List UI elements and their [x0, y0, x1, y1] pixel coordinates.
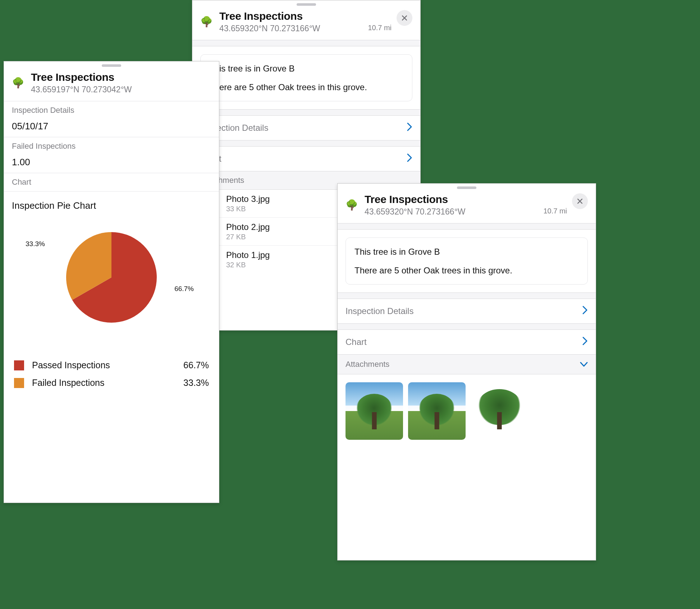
section-failed-inspections: Failed Inspections	[4, 137, 219, 155]
chart-legend: Passed Inspections66.7%Failed Inspection…	[4, 356, 219, 392]
chevron-right-icon	[407, 122, 412, 134]
legend-row: Failed Inspections33.3%	[4, 374, 219, 392]
nav-inspection-details[interactable]: Inspection Details	[338, 299, 596, 323]
drag-handle[interactable]	[297, 3, 316, 6]
attachment-thumbnail[interactable]	[346, 382, 403, 440]
note-line-2: There are 5 other Oak trees in this grov…	[209, 81, 403, 93]
distance-label: 10.7 mi	[543, 207, 567, 215]
chevron-right-icon	[582, 305, 588, 317]
attachment-size: 27 KB	[226, 233, 270, 241]
tree-inspections-popup-attachments: 🌳 Tree Inspections 43.659320°N 70.273166…	[337, 183, 596, 560]
legend-percent: 33.3%	[183, 378, 209, 388]
tree-inspections-popup-chart: 🌳 Tree Inspections 43.659197°N 70.273042…	[4, 61, 219, 503]
chevron-right-icon	[582, 336, 588, 348]
section-attachments-expandable[interactable]: Attachments	[338, 354, 596, 374]
note-line-2: There are 5 other Oak trees in this grov…	[354, 264, 579, 277]
attachment-name: Photo 3.jpg	[226, 194, 270, 204]
popup-header: 🌳 Tree Inspections 43.659197°N 70.273042…	[4, 67, 219, 101]
coordinates: 43.659320°N 70.273166°W	[365, 207, 538, 217]
chevron-right-icon	[407, 153, 412, 165]
legend-swatch	[14, 360, 24, 370]
description-box: This tree is in Grove B There are 5 othe…	[346, 237, 588, 285]
description-box: This tree is in Grove B There are 5 othe…	[200, 54, 412, 101]
pie-label-small: 33.3%	[26, 240, 45, 248]
popup-header: 🌳 Tree Inspections 43.659320°N 70.273166…	[338, 189, 596, 223]
section-label: Attachments	[346, 360, 389, 369]
nav-chart[interactable]: Chart	[338, 330, 596, 354]
legend-swatch	[14, 378, 24, 388]
pie-chart-svg	[58, 223, 165, 331]
coordinates: 43.659197°N 70.273042°W	[31, 85, 211, 94]
close-icon	[401, 14, 408, 22]
attachment-name: Photo 1.jpg	[226, 250, 270, 260]
chevron-down-icon	[580, 360, 588, 369]
popup-header: 🌳 Tree Inspections 43.659320°N 70.273166…	[192, 6, 420, 40]
inspection-date-value: 05/10/17	[4, 119, 219, 137]
nav-inspection-details[interactable]: Inspection Details	[192, 116, 420, 140]
popup-title: Tree Inspections	[31, 71, 211, 83]
attachment-size: 33 KB	[226, 205, 270, 213]
failed-inspections-value: 1.00	[4, 155, 219, 173]
section-inspection-details: Inspection Details	[4, 101, 219, 119]
close-button[interactable]	[397, 10, 412, 26]
separator	[192, 109, 420, 116]
legend-name: Passed Inspections	[32, 360, 183, 370]
tree-icon: 🌳	[346, 200, 358, 210]
separator	[338, 223, 596, 230]
tree-icon: 🌳	[200, 17, 213, 27]
legend-row: Passed Inspections66.7%	[4, 356, 219, 374]
coordinates: 43.659320°N 70.273166°W	[219, 24, 363, 33]
legend-percent: 66.7%	[183, 360, 209, 370]
close-icon	[576, 198, 584, 205]
attachment-thumbnail[interactable]	[408, 382, 466, 440]
note-line-1: This tree is in Grove B	[209, 63, 403, 75]
section-chart: Chart	[4, 173, 219, 192]
legend-name: Failed Inspections	[32, 378, 183, 388]
separator	[192, 40, 420, 46]
separator	[338, 292, 596, 299]
nav-label: Chart	[346, 337, 367, 347]
pie-chart: 33.3% 66.7%	[4, 215, 219, 342]
separator	[338, 323, 596, 330]
drag-handle[interactable]	[102, 64, 121, 67]
separator	[192, 140, 420, 147]
drag-handle[interactable]	[457, 186, 476, 189]
chart-title: Inspection Pie Chart	[4, 192, 219, 215]
pie-label-large: 66.7%	[174, 285, 194, 293]
popup-title: Tree Inspections	[219, 10, 363, 22]
tree-icon: 🌳	[12, 78, 24, 88]
attachment-grid	[338, 374, 596, 448]
close-button[interactable]	[572, 193, 588, 209]
popup-title: Tree Inspections	[365, 193, 538, 206]
distance-label: 10.7 mi	[368, 24, 392, 32]
nav-label: Inspection Details	[346, 306, 413, 316]
note-line-1: This tree is in Grove B	[354, 246, 579, 258]
nav-chart[interactable]: Chart	[192, 147, 420, 171]
attachment-size: 32 KB	[226, 261, 270, 269]
attachment-name: Photo 2.jpg	[226, 222, 270, 232]
attachment-thumbnail[interactable]	[471, 382, 528, 440]
